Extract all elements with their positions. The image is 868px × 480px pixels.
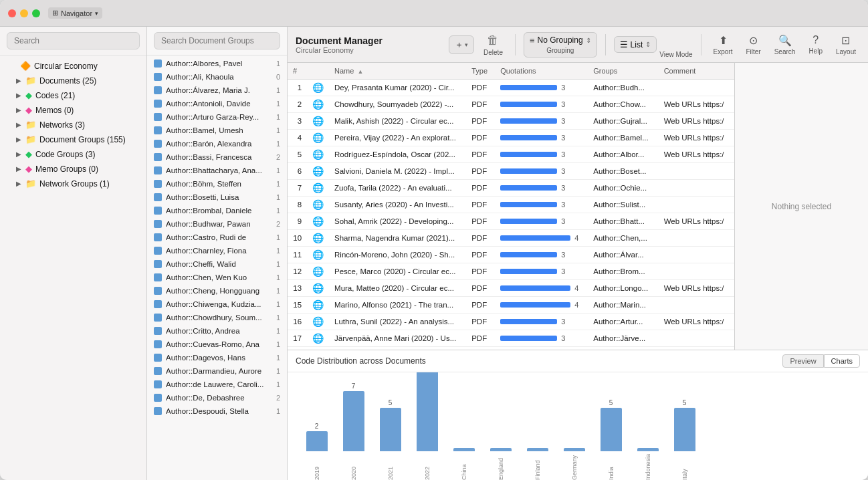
expand-arrow: ▶ xyxy=(16,92,24,99)
group-list-item[interactable]: Author::Charnley, Fiona 1 xyxy=(147,244,287,257)
chart-bar-label: India xyxy=(608,453,615,480)
search-button[interactable]: 🔍 Search xyxy=(770,31,800,58)
group-list-item[interactable]: Author::De, Debashree 2 xyxy=(147,391,287,404)
layout-button[interactable]: ⊡ Layout xyxy=(832,31,860,58)
group-list-item[interactable]: Author::de Lauwere, Caroli... 1 xyxy=(147,378,287,391)
sidebar-item-circular-economy[interactable]: 🔶 Circular Economy xyxy=(3,59,144,73)
group-icon xyxy=(154,100,162,108)
row-comment xyxy=(659,247,734,263)
group-list-item[interactable]: Author::Cuevas-Romo, Ana 1 xyxy=(147,338,287,351)
table-row[interactable]: 1 🌐 Dey, Prasanta Kumar (2020) - Cir... … xyxy=(288,80,734,96)
row-comment xyxy=(659,263,734,280)
maximize-button[interactable] xyxy=(32,9,40,17)
group-item-name: Author::de Lauwere, Caroli... xyxy=(166,380,274,388)
table-row[interactable]: 12 🌐 Pesce, Marco (2020) - Circular ec..… xyxy=(288,263,734,280)
group-item-count: 1 xyxy=(276,300,280,308)
group-list-item[interactable]: Author::Bamel, Umesh 1 xyxy=(147,124,287,137)
group-list-item[interactable]: Author::Álvarez, Maria J. 1 xyxy=(147,84,287,97)
col-header-groups[interactable]: Groups xyxy=(588,63,658,80)
sidebar-item-documents[interactable]: ▶ 📁 Documents (25) xyxy=(3,74,144,88)
group-item-count: 1 xyxy=(276,260,280,268)
col-header-comment[interactable]: Comment xyxy=(659,63,734,80)
group-list-item[interactable]: Author::Bassi, Francesca 2 xyxy=(147,150,287,164)
quotation-bar xyxy=(500,336,557,341)
filter-button[interactable]: ⊙ Filter xyxy=(742,31,764,58)
group-item-name: Author::Chiwenga, Kudzia... xyxy=(166,300,274,308)
table-row[interactable]: 7 🌐 Zuofa, Tarila (2022) - An evaluati..… xyxy=(288,180,734,197)
grouping-selector[interactable]: ≡ No Grouping ⇕ Grouping xyxy=(524,32,597,57)
group-list-item[interactable]: Author::Brombal, Daniele 1 xyxy=(147,204,287,217)
table-row[interactable]: 15 🌐 Marino, Alfonso (2021) - The tran..… xyxy=(288,297,734,314)
group-list-item[interactable]: Author::Budhwar, Pawan 2 xyxy=(147,217,287,231)
sidebar-item-label: Code Groups (3) xyxy=(35,150,138,159)
row-comment: Web URLs https:/ xyxy=(659,146,734,163)
table-row[interactable]: 8 🌐 Susanty, Aries (2020) - An Investi..… xyxy=(288,197,734,213)
group-list-item[interactable]: Author::Ali, Khaoula 0 xyxy=(147,70,287,84)
row-doc-type: PDF xyxy=(466,213,495,230)
table-row[interactable]: 5 🌐 Rodríguez-Espíndola, Oscar (202... P… xyxy=(288,146,734,163)
groups-panel: Author::Albores, Pavel 1 Author::Ali, Kh… xyxy=(147,27,288,480)
group-list-item[interactable]: Author::Chowdhury, Soum... 1 xyxy=(147,311,287,324)
group-list-item[interactable]: Author::Chen, Wen Kuo 1 xyxy=(147,271,287,284)
group-list-item[interactable]: Author::Despoudi, Stella 1 xyxy=(147,404,287,418)
chart-bar-value: 7 xyxy=(352,382,356,390)
group-list-item[interactable]: Author::Cheng, Hongguang 1 xyxy=(147,284,287,297)
group-list-item[interactable]: Author::Dagevos, Hans 1 xyxy=(147,351,287,364)
sidebar-item-label: Circular Economy xyxy=(34,62,138,71)
group-item-name: Author::Chowdhury, Soum... xyxy=(166,314,274,322)
group-list-item[interactable]: Author::Bhattacharya, Ana... 1 xyxy=(147,164,287,177)
sidebar-item-network-groups[interactable]: ▶ 📁 Network Groups (1) xyxy=(3,176,144,191)
sidebar-item-codes[interactable]: ▶ ◆ Codes (21) xyxy=(3,88,144,102)
search-input[interactable] xyxy=(7,32,140,49)
row-doc-name: Mura, Matteo (2020) - Circular ec... xyxy=(329,280,466,297)
sidebar-item-memos[interactable]: ▶ ◆ Memos (0) xyxy=(3,103,144,117)
sidebar-item-document-groups[interactable]: ▶ 📁 Document Groups (155) xyxy=(3,132,144,146)
group-list-item[interactable]: Author::Critto, Andrea 1 xyxy=(147,324,287,338)
col-header-quotations[interactable]: Quotations xyxy=(495,63,588,80)
group-list-item[interactable]: Author::Chiwenga, Kudzia... 1 xyxy=(147,297,287,311)
sidebar-item-networks[interactable]: ▶ 📁 Networks (3) xyxy=(3,118,144,132)
table-row[interactable]: 17 🌐 Järvenpää, Anne Mari (2020) - Us...… xyxy=(288,330,734,347)
table-row[interactable]: 3 🌐 Malik, Ashish (2022) - Circular ec..… xyxy=(288,113,734,130)
table-row[interactable]: 6 🌐 Salvioni, Daniela M. (2022) - Impl..… xyxy=(288,163,734,180)
minimize-button[interactable] xyxy=(20,9,28,17)
group-list-item[interactable]: Author::Darmandieu, Aurore 1 xyxy=(147,364,287,378)
table-row[interactable]: 11 🌐 Rincón-Moreno, John (2020) - Sh... … xyxy=(288,247,734,263)
col-header-type[interactable]: Type xyxy=(466,63,495,80)
group-list-item[interactable]: Author::Albores, Pavel 1 xyxy=(147,57,287,70)
delete-button[interactable]: 🗑 Delete xyxy=(479,31,507,59)
row-icon: 🌐 xyxy=(307,213,329,230)
groups-search-input[interactable] xyxy=(154,32,280,49)
col-header-name[interactable]: Name ▲ xyxy=(329,63,466,80)
view-mode-selector[interactable]: ☰ List ⇕ xyxy=(614,36,657,53)
group-list-item[interactable]: Author::Castro, Rudi de 1 xyxy=(147,231,287,244)
row-quotations: 3 xyxy=(495,330,588,347)
table-row[interactable]: 16 🌐 Luthra, Sunil (2022) - An analysis.… xyxy=(288,314,734,330)
globe-icon: 🌐 xyxy=(312,316,324,327)
quotation-bar xyxy=(500,185,557,191)
tab-preview[interactable]: Preview xyxy=(782,354,823,368)
table-row[interactable]: 13 🌐 Mura, Matteo (2020) - Circular ec..… xyxy=(288,280,734,297)
table-row[interactable]: 9 🌐 Sohal, Amrik (2022) - Developing... … xyxy=(288,213,734,230)
group-list-item[interactable]: Author::Barón, Alexandra 1 xyxy=(147,137,287,150)
table-row[interactable]: 2 🌐 Chowdhury, Soumyadeb (2022) -... PDF… xyxy=(288,96,734,113)
close-button[interactable] xyxy=(8,9,16,17)
add-button[interactable]: ＋ ▾ xyxy=(449,35,474,54)
help-button[interactable]: ? Help xyxy=(804,31,827,57)
navigator-button[interactable]: ⊞ Navigator ▾ xyxy=(48,7,102,19)
table-row[interactable]: 4 🌐 Pereira, Vijay (2022) - An explorat.… xyxy=(288,130,734,146)
group-list-item[interactable]: Author::Antonioli, Davide 1 xyxy=(147,97,287,110)
export-button[interactable]: ⬆ Export xyxy=(710,31,737,58)
group-list-item[interactable]: Author::Bosetti, Luisa 1 xyxy=(147,191,287,204)
table-row[interactable]: 10 🌐 Sharma, Nagendra Kumar (2021)... PD… xyxy=(288,230,734,247)
sidebar-item-memo-groups[interactable]: ▶ ◆ Memo Groups (0) xyxy=(3,162,144,176)
quotation-count: 3 xyxy=(561,334,565,342)
layout-label: Layout xyxy=(836,48,856,55)
group-list-item[interactable]: Author::Böhm, Steffen 1 xyxy=(147,177,287,191)
sidebar-item-code-groups[interactable]: ▶ ◆ Code Groups (3) xyxy=(3,147,144,161)
group-list-item[interactable]: Author::Cheffi, Walid 1 xyxy=(147,257,287,271)
group-icon xyxy=(154,113,162,121)
group-list-item[interactable]: Author::Arturo Garza-Rey... 1 xyxy=(147,110,287,124)
tab-charts[interactable]: Charts xyxy=(824,354,860,368)
row-icon: 🌐 xyxy=(307,180,329,197)
